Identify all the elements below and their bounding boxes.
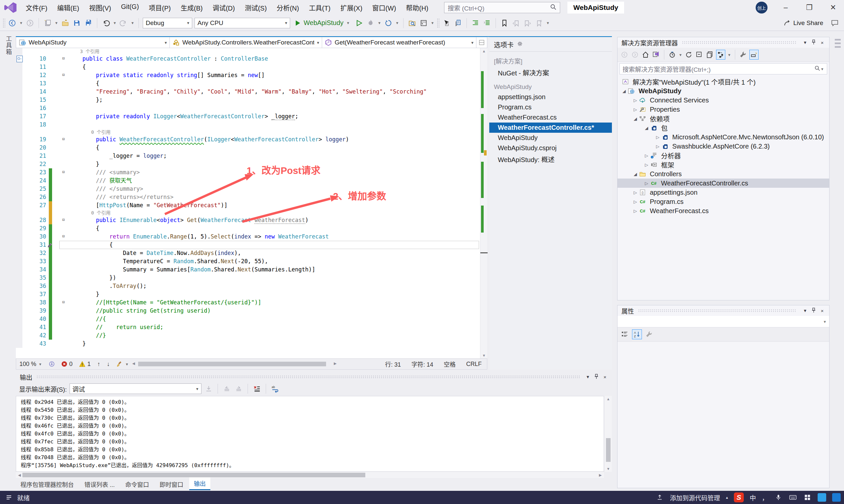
tree-item[interactable]: ▷{}appsettings.json (618, 188, 829, 197)
bottom-tab[interactable]: 错误列表 ... (80, 478, 119, 490)
navigate-forward-icon[interactable] (25, 18, 35, 28)
ime-toolbox-icon[interactable] (803, 493, 812, 502)
health-indicator-icon[interactable] (46, 361, 58, 367)
chevron-expanded-icon[interactable]: ◢ (642, 126, 651, 130)
user-avatar[interactable]: 创上 (756, 2, 768, 14)
previous-issue-icon[interactable]: ↑ (94, 361, 104, 367)
window-layout-icon[interactable] (419, 18, 428, 28)
window-position-icon[interactable]: ▾ (801, 39, 809, 46)
add-to-source-control-label[interactable]: 添加到源代码管理 (670, 493, 720, 502)
toolbar-grip[interactable] (3, 18, 5, 28)
toolbox-vertical-tab[interactable]: 工具箱 (4, 36, 13, 55)
document-tab[interactable]: WebApiStudy.csproj (489, 143, 612, 153)
clear-all-icon[interactable] (252, 384, 261, 393)
close-button[interactable]: ✕ (828, 3, 839, 12)
redo-dropdown[interactable]: ▾ (131, 20, 135, 25)
microphone-icon[interactable] (774, 493, 783, 502)
chevron-collapsed-icon[interactable]: ▷ (642, 153, 651, 158)
selection-mode-icon[interactable] (442, 18, 451, 28)
tree-item[interactable]: ▷C#WeatherForecast.cs (618, 206, 829, 215)
tree-item[interactable]: ▷Connected Services (618, 95, 829, 105)
search-icon[interactable] (814, 65, 820, 73)
chevron-collapsed-icon[interactable]: ▷ (631, 107, 639, 112)
menu-item[interactable]: 窗口(W) (368, 2, 400, 14)
close-icon[interactable]: × (601, 374, 609, 380)
scroll-down-icon[interactable]: ▼ (480, 353, 488, 358)
chevron-collapsed-icon[interactable]: ▷ (654, 144, 662, 149)
sync-dropdown[interactable]: ▾ (727, 52, 731, 57)
navigate-backward-icon[interactable] (7, 18, 17, 28)
window-layout-dropdown[interactable]: ▾ (431, 20, 434, 25)
menu-item[interactable]: 文件(F) (22, 2, 51, 14)
home-icon[interactable] (641, 50, 650, 59)
type-dropdown[interactable]: WebApiStudy.Controllers.WeatherForecastC… (170, 37, 322, 48)
menu-item[interactable]: Git(G) (117, 2, 143, 14)
taskbar-app-icon-1[interactable] (817, 493, 826, 502)
ime-mode-indicator[interactable]: 中 (750, 493, 756, 502)
ime-punctuation-icon[interactable]: ， (762, 493, 768, 502)
tree-item[interactable]: ▷C#Program.cs (618, 197, 829, 206)
find-in-files-icon[interactable] (408, 18, 417, 28)
split-editor-button[interactable] (477, 37, 487, 48)
undo-dropdown[interactable]: ▾ (113, 20, 117, 25)
start-debugging-button[interactable]: WebApiStudy ▾ (292, 19, 352, 27)
increase-indent-icon[interactable] (482, 18, 492, 28)
tree-item[interactable]: ◢包 (618, 123, 829, 132)
menu-item[interactable]: 生成(B) (177, 2, 207, 14)
tree-item[interactable]: 解决方案"WebApiStudy"(1 个项目/共 1 个) (618, 77, 829, 86)
warning-count[interactable]: 1 (76, 361, 94, 367)
pending-changes-filter-icon[interactable] (668, 50, 676, 59)
gear-icon[interactable] (517, 41, 523, 49)
restart-dropdown[interactable]: ▾ (395, 20, 399, 25)
indent-mode[interactable]: 空格 (438, 360, 461, 368)
previous-bookmark-icon[interactable] (511, 18, 521, 28)
previous-message-icon[interactable] (222, 384, 231, 393)
restore-button[interactable]: ❐ (804, 3, 815, 12)
quick-search-input[interactable]: 搜索 (Ctrl+Q) (444, 2, 560, 13)
collapse-all-icon[interactable] (695, 50, 704, 59)
restart-icon[interactable] (384, 18, 393, 28)
menu-item[interactable]: 视图(V) (85, 2, 115, 14)
editor-vertical-scrollbar[interactable]: ▲ ▼ (480, 48, 487, 358)
save-icon[interactable] (72, 18, 82, 28)
tree-item[interactable]: ◢WebApiStudy (618, 86, 829, 95)
feedback-icon[interactable] (830, 18, 839, 28)
preview-selected-items-icon[interactable] (750, 50, 759, 60)
document-tab[interactable]: appsettings.json (489, 92, 612, 102)
output-horizontal-scrollbar[interactable]: ◀ ▶ (16, 472, 604, 478)
chevron-collapsed-icon[interactable]: ▷ (654, 135, 662, 140)
search-icon[interactable] (550, 4, 556, 12)
chevron-collapsed-icon[interactable]: ▷ (631, 98, 639, 103)
tree-item[interactable]: ▷Microsoft.AspNetCore.Mvc.NewtonsoftJson… (618, 132, 829, 142)
platform-dropdown[interactable]: Any CPU▾ (194, 18, 290, 28)
next-issue-icon[interactable]: ↓ (104, 361, 113, 367)
switch-views-icon[interactable] (652, 50, 660, 59)
chevron-expanded-icon[interactable]: ◢ (631, 172, 639, 177)
tree-item[interactable]: ▷框架 (618, 160, 829, 169)
show-all-files-icon[interactable] (706, 50, 714, 59)
zoom-dropdown[interactable]: 100 %▾ (16, 361, 46, 367)
code-editor[interactable]: 3 个引用O↑10⊟ public class WeatherForecastC… (16, 48, 480, 358)
window-position-icon[interactable]: ▾ (801, 308, 809, 313)
pin-icon[interactable] (809, 39, 818, 46)
next-bookmark-icon[interactable] (523, 18, 532, 28)
pin-icon[interactable] (592, 374, 601, 380)
menu-item[interactable]: 扩展(X) (336, 2, 366, 14)
sync-with-active-document-icon[interactable] (716, 50, 725, 60)
menu-item[interactable]: 项目(P) (145, 2, 175, 14)
tree-item[interactable]: ◢Controllers (618, 169, 829, 179)
chevron-collapsed-icon[interactable]: ▷ (642, 181, 651, 186)
solution-search-input[interactable]: 搜索解决方案资源管理器(Ctrl+;) ▾ (619, 63, 827, 74)
close-icon[interactable]: × (818, 40, 827, 46)
soft-keyboard-icon[interactable] (789, 493, 797, 502)
menu-item[interactable]: 工具(T) (305, 2, 334, 14)
code-cleanup-icon[interactable]: ▾ (113, 361, 132, 367)
properties-object-dropdown[interactable]: ▾ (618, 316, 829, 327)
menu-item[interactable]: 帮助(H) (402, 2, 432, 14)
navigate-back-dropdown[interactable]: ▾ (19, 20, 23, 25)
save-all-icon[interactable] (84, 18, 93, 28)
next-message-icon[interactable] (234, 384, 243, 393)
tree-item[interactable]: ◢依赖项 (618, 114, 829, 123)
bottom-tab[interactable]: 输出 (189, 477, 210, 490)
bottom-tab[interactable]: 程序包管理器控制台 (16, 478, 79, 490)
